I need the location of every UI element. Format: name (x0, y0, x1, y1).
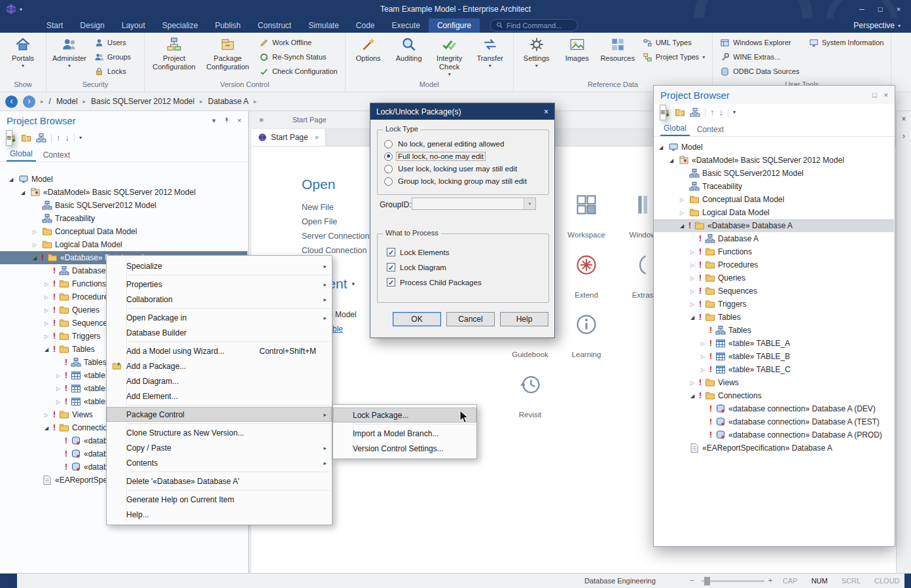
portals-button[interactable]: Portals▾ (3, 34, 43, 71)
collapsed-arrow-icon[interactable]: ▷ (690, 249, 699, 255)
tree-item-basic-sqlserver2012-model[interactable]: Basic SQLServer2012 Model (0, 199, 247, 212)
tree-item-table-table-c[interactable]: ▷!«table» TABLE_C (654, 363, 894, 376)
start-tile-revisit[interactable]: Revisit (501, 373, 560, 419)
tree-item-sequences[interactable]: ▷!Sequences (654, 285, 894, 298)
menu-item-add-element[interactable]: Add Element... (107, 389, 332, 404)
menu-item-specialize[interactable]: Specialize▸ (107, 258, 332, 273)
collapsed-arrow-icon[interactable]: ▷ (701, 341, 709, 347)
tab-context[interactable]: Context (694, 124, 727, 136)
move-up-button[interactable]: ↑ (710, 108, 715, 117)
tree-item-traceability[interactable]: Traceability (0, 212, 247, 225)
menu-item-add-a-model-using-wizard[interactable]: Add a Model using Wizard...Control+Shift… (107, 343, 332, 358)
collapsed-arrow-icon[interactable]: ▷ (690, 262, 699, 268)
status-toggle-cap[interactable]: CAP (783, 577, 798, 585)
expanded-arrow-icon[interactable]: ◢ (33, 255, 41, 261)
wine-extras-button[interactable]: WINE Extras... (716, 50, 803, 64)
ok-button[interactable]: OK (393, 312, 441, 326)
start-link-server-connection[interactable]: Server Connection (302, 232, 370, 241)
collapsed-arrow-icon[interactable]: ▷ (45, 294, 53, 300)
close-icon[interactable]: × (884, 91, 888, 99)
expanded-arrow-icon[interactable]: ◢ (45, 347, 53, 353)
ribbon-tab-design[interactable]: Design (71, 18, 113, 33)
close-icon[interactable]: × (238, 116, 241, 124)
collapsed-arrow-icon[interactable]: ▷ (690, 288, 699, 294)
radio-option-full-lock-no-one-may-edit[interactable]: Full lock, no-one may edit (384, 151, 548, 162)
ribbon-tab-publish[interactable]: Publish (206, 18, 249, 33)
move-up-button[interactable]: ↑ (56, 133, 61, 143)
menu-item-collaboration[interactable]: Collaboration▸ (107, 292, 332, 307)
tree-item-database-connection-database-a-prod[interactable]: !«database connection» Database A (PROD) (654, 428, 894, 441)
package-configuration-button[interactable]: Package Configuration (202, 34, 254, 73)
expanded-arrow-icon[interactable]: ◢ (690, 393, 699, 399)
tab-context[interactable]: Context (40, 149, 73, 162)
groupid-dropdown[interactable]: ▾ (412, 198, 536, 210)
tree-item-tables[interactable]: !Tables (654, 324, 894, 337)
collapsed-arrow-icon[interactable]: ▷ (45, 320, 53, 326)
tree-item-table-table-b[interactable]: ▷!«table» TABLE_B (654, 350, 894, 363)
expanded-arrow-icon[interactable]: ◢ (680, 223, 688, 229)
zoom-out-button[interactable]: − (690, 576, 694, 584)
groups-button[interactable]: Groups (90, 50, 135, 64)
collapsed-arrow-icon[interactable]: ▷ (701, 367, 709, 373)
options-button[interactable]: Options (349, 34, 388, 65)
start-link-new-file[interactable]: New File (302, 203, 370, 212)
forward-button[interactable]: › (23, 95, 35, 108)
tree-item-model[interactable]: ◢Model (654, 141, 894, 154)
start-link-cloud-connection[interactable]: Cloud Connection (302, 246, 370, 255)
uml-types-button[interactable]: UML Types (639, 35, 709, 50)
collapsed-arrow-icon[interactable]: ▷ (680, 210, 688, 216)
menu-item-open-package-in[interactable]: Open Package in▸ (107, 310, 332, 325)
menu-item-copy-paste[interactable]: Copy / Paste▸ (107, 440, 332, 455)
breadcrumb-item-database-a[interactable]: Database A (208, 97, 249, 106)
resources-button[interactable]: Resources (598, 34, 637, 65)
project-types-button[interactable]: Project Types▾ (639, 50, 709, 64)
re-synch-status-button[interactable]: Re-Synch Status (255, 50, 342, 64)
tree-item-datamodel-basic-sqlserver-2012-model[interactable]: ◢«DataModel» Basic SQLServer 2012 Model (654, 154, 894, 167)
integrity-check-button[interactable]: Integrity Check▾ (430, 34, 469, 79)
windows-explorer-button[interactable]: Windows Explorer (716, 35, 803, 50)
status-toggle-num[interactable]: NUM (812, 577, 828, 585)
new-diagram-icon[interactable] (36, 133, 46, 143)
tree-item-triggers[interactable]: ▷!Triggers (654, 298, 894, 311)
overflow-chevron-icon[interactable]: » (259, 115, 264, 124)
collapsed-arrow-icon[interactable]: ▷ (33, 229, 41, 235)
tree-item-eareportspecification-database-a[interactable]: «EAReportSpecification» Database A (654, 441, 894, 455)
menu-item-generate-help-on-current-item[interactable]: Generate Help on Current Item (107, 492, 332, 507)
ribbon-tab-construct[interactable]: Construct (249, 18, 300, 33)
breadcrumb-item-model[interactable]: Model (56, 97, 78, 106)
tab-global[interactable]: Global (7, 148, 36, 162)
radio-option-user-lock-locking-user-may-still-edit[interactable]: User lock, locking user may still edit (384, 164, 548, 174)
start-tile-learning[interactable]: Learning (557, 313, 616, 358)
tree-item-model[interactable]: ◢Model (0, 173, 247, 186)
collapsed-arrow-icon[interactable]: ▷ (56, 399, 65, 405)
collapsed-arrow-icon[interactable]: ▷ (56, 373, 65, 379)
back-button[interactable]: ‹ (5, 95, 18, 108)
ribbon-tab-simulate[interactable]: Simulate (300, 18, 348, 33)
move-down-button[interactable]: ↓ (719, 108, 724, 117)
administer-button[interactable]: Administer▾ (50, 34, 89, 71)
menu-item-clone-structure-as-new-version[interactable]: Clone Structure as New Version... (107, 425, 332, 440)
perspective-button[interactable]: Perspective ▾ (853, 21, 901, 30)
collapsed-arrow-icon[interactable]: ▷ (690, 275, 699, 281)
zoom-in-button[interactable]: + (768, 576, 772, 584)
move-down-button[interactable]: ↓ (65, 133, 70, 143)
expanded-arrow-icon[interactable]: ◢ (21, 190, 29, 196)
app-logo[interactable]: ▾ (5, 3, 22, 15)
menu-item-version-control-settings[interactable]: Version Control Settings... (333, 441, 476, 456)
tree-item-views[interactable]: ▷!Views (654, 376, 894, 389)
hamburger-menu-button[interactable]: ≡ (660, 105, 666, 120)
collapsed-arrow-icon[interactable]: ▷ (45, 281, 53, 287)
status-toggle-cloud[interactable]: CLOUD (874, 577, 900, 585)
menu-item-database-builder[interactable]: Database Builder (107, 325, 332, 340)
chevron-right-icon[interactable]: › (902, 131, 905, 141)
tree-item-tables[interactable]: ◢!Tables (654, 311, 894, 324)
chevron-down-icon[interactable]: ▾ (212, 116, 216, 125)
tree-item-procedures[interactable]: ▷!Procedures (654, 258, 894, 271)
tree-item-conceptual-data-model[interactable]: ▷Conceptual Data Model (654, 193, 894, 206)
project-configuration-button[interactable]: Project Configuration (148, 34, 200, 73)
transfer-button[interactable]: Transfer▾ (471, 34, 510, 71)
expanded-arrow-icon[interactable]: ◢ (690, 315, 699, 320)
tree-item-connections[interactable]: ◢!Connections (654, 389, 894, 402)
collapsed-arrow-icon[interactable]: ▷ (680, 197, 688, 203)
close-icon[interactable]: × (901, 114, 906, 124)
